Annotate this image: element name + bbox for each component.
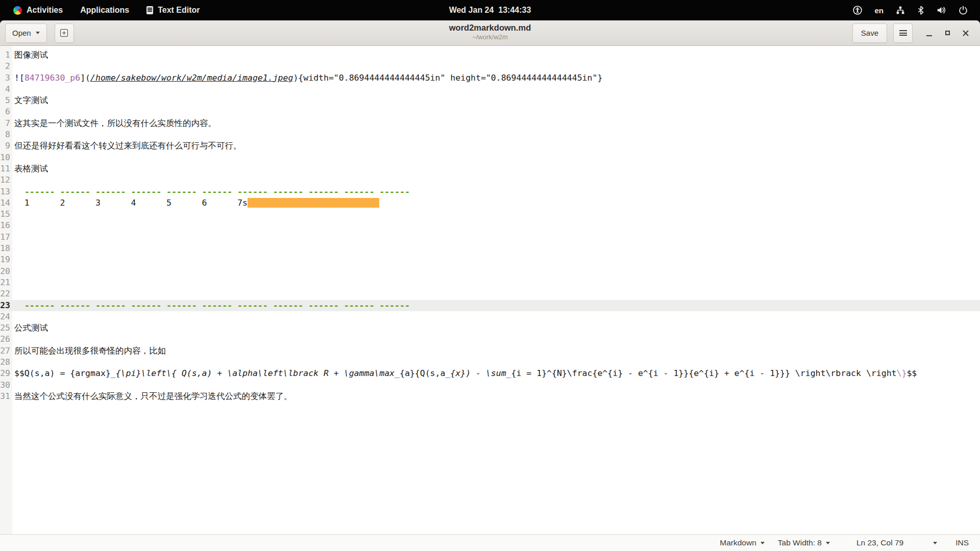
- open-button[interactable]: Open: [5, 23, 47, 43]
- app-menu-text-editor[interactable]: Text Editor: [146, 6, 200, 15]
- line-number: 6: [0, 106, 12, 117]
- editor-line[interactable]: 5文字测试: [0, 95, 980, 106]
- system-status-area[interactable]: en: [853, 6, 980, 15]
- line-number: 30: [0, 380, 12, 391]
- line-content: [12, 380, 14, 391]
- document-path: ~/work/w2m: [0, 33, 980, 41]
- editor-line[interactable]: 20: [0, 266, 980, 277]
- save-button-label: Save: [861, 29, 878, 37]
- editor-line[interactable]: 29$$Q(s,a) = {argmax}_{\pi}\left\{ Q(s,a…: [0, 368, 980, 379]
- editor-line[interactable]: 2: [0, 61, 980, 72]
- line-number: 14: [0, 197, 12, 209]
- editor-line[interactable]: 16: [0, 220, 980, 231]
- line-number: 9: [0, 140, 12, 152]
- editor-line[interactable]: 13 ------ ------ ------ ------ ------ --…: [0, 186, 980, 197]
- line-number: 27: [0, 345, 12, 357]
- header-bar: Open word2markdown.md ~/work/w2m Save: [0, 20, 980, 46]
- editor-line[interactable]: 26: [0, 334, 980, 345]
- volume-icon[interactable]: [937, 6, 946, 15]
- editor-line[interactable]: 11表格测试: [0, 163, 980, 174]
- document-title: word2markdown.md: [0, 23, 980, 33]
- editor-line[interactable]: 15: [0, 209, 980, 220]
- line-content: [12, 232, 14, 243]
- editor-line[interactable]: 19: [0, 254, 980, 265]
- line-number: 24: [0, 311, 12, 322]
- editor-line[interactable]: 3![84719630_p6](/home/sakebow/work/w2m/m…: [0, 72, 980, 84]
- line-number: 5: [0, 95, 12, 106]
- status-bar: Markdown Tab Width: 8 Ln 23, Col 79 INS: [0, 534, 980, 551]
- editor-line[interactable]: 17: [0, 232, 980, 243]
- editor-line[interactable]: 28: [0, 357, 980, 368]
- accessibility-icon[interactable]: [853, 6, 862, 15]
- line-content: [12, 243, 14, 254]
- editor-line[interactable]: 6: [0, 106, 980, 117]
- activities-button[interactable]: Activities: [13, 6, 63, 15]
- editor-line[interactable]: 23 ------ ------ ------ ------ ------ --…: [0, 300, 980, 311]
- bluetooth-icon[interactable]: [917, 6, 924, 15]
- line-number: 13: [0, 186, 12, 197]
- new-tab-button[interactable]: [55, 23, 74, 43]
- line-content: [12, 129, 14, 140]
- line-content: 表格测试: [12, 163, 48, 174]
- editor-line[interactable]: 25公式测试: [0, 322, 980, 334]
- editor-line[interactable]: 22: [0, 288, 980, 299]
- cursor-position-selector[interactable]: Ln 23, Col 79: [853, 538, 940, 547]
- app-menu-label: Text Editor: [158, 6, 200, 15]
- editor-line[interactable]: 14 1 2 3 4 5 6 7s: [0, 197, 980, 209]
- line-content: [12, 106, 14, 117]
- editor-line[interactable]: 1图像测试: [0, 49, 980, 61]
- language-selector[interactable]: Markdown: [717, 538, 768, 547]
- gnome-top-bar: Activities Applications Text Editor Wed …: [0, 0, 980, 20]
- editor-line[interactable]: 24: [0, 311, 980, 322]
- window-title-area: word2markdown.md ~/work/w2m: [0, 23, 980, 41]
- network-wired-icon[interactable]: [896, 6, 905, 15]
- editor-area[interactable]: 1图像测试23![84719630_p6](/home/sakebow/work…: [0, 46, 980, 534]
- editor-lines: 1图像测试23![84719630_p6](/home/sakebow/work…: [0, 46, 980, 402]
- editor-line[interactable]: 31当然这个公式没有什么实际意义，只不过是强化学习迭代公式的变体罢了。: [0, 391, 980, 402]
- close-button[interactable]: [957, 24, 975, 42]
- line-content: 这其实是一个测试文件，所以没有什么实质性的内容。: [12, 118, 216, 129]
- line-number: 20: [0, 266, 12, 277]
- editor-line[interactable]: 30: [0, 380, 980, 391]
- new-document-icon: [60, 29, 68, 37]
- editor-line[interactable]: 10: [0, 152, 980, 163]
- editor-line[interactable]: 9但还是得好好看看这个转义过来到底还有什么可行与不可行。: [0, 140, 980, 152]
- line-number: 18: [0, 243, 12, 254]
- insert-mode-indicator: INS: [952, 538, 972, 547]
- editor-line[interactable]: 21: [0, 277, 980, 288]
- editor-line[interactable]: 7这其实是一个测试文件，所以没有什么实质性的内容。: [0, 118, 980, 129]
- line-number: 22: [0, 288, 12, 299]
- line-content: 文字测试: [12, 95, 48, 106]
- menu-button[interactable]: [893, 23, 913, 43]
- line-number: 11: [0, 163, 12, 174]
- save-button[interactable]: Save: [852, 23, 887, 43]
- line-number: 29: [0, 368, 12, 379]
- line-content: 图像测试: [12, 49, 48, 61]
- editor-line[interactable]: 18: [0, 243, 980, 254]
- cursor-position-label: Ln 23, Col 79: [856, 538, 903, 547]
- line-content: [12, 357, 14, 368]
- window-controls: [920, 24, 975, 42]
- line-content: [12, 277, 14, 288]
- line-content: 1 2 3 4 5 6 7s: [12, 197, 379, 209]
- keyboard-layout-indicator[interactable]: en: [874, 6, 884, 15]
- editor-line[interactable]: 4: [0, 84, 980, 95]
- minimize-button[interactable]: [920, 24, 938, 42]
- editor-line[interactable]: 8: [0, 129, 980, 140]
- tab-width-selector[interactable]: Tab Width: 8: [775, 538, 833, 547]
- editor-line[interactable]: 27所以可能会出现很多很奇怪的内容，比如: [0, 345, 980, 357]
- line-content: [12, 254, 14, 265]
- line-content: [12, 288, 14, 299]
- insert-mode-label: INS: [955, 538, 969, 547]
- power-icon[interactable]: [959, 6, 968, 15]
- applications-menu[interactable]: Applications: [80, 6, 129, 15]
- line-number: 7: [0, 118, 12, 129]
- line-content: [12, 220, 14, 231]
- line-number: 2: [0, 61, 12, 72]
- distro-logo-icon: [13, 6, 22, 15]
- maximize-button[interactable]: [938, 24, 957, 42]
- editor-line[interactable]: 12: [0, 174, 980, 186]
- line-number: 3: [0, 72, 12, 84]
- line-number: 17: [0, 232, 12, 243]
- line-content: ------ ------ ------ ------ ------ -----…: [12, 300, 410, 311]
